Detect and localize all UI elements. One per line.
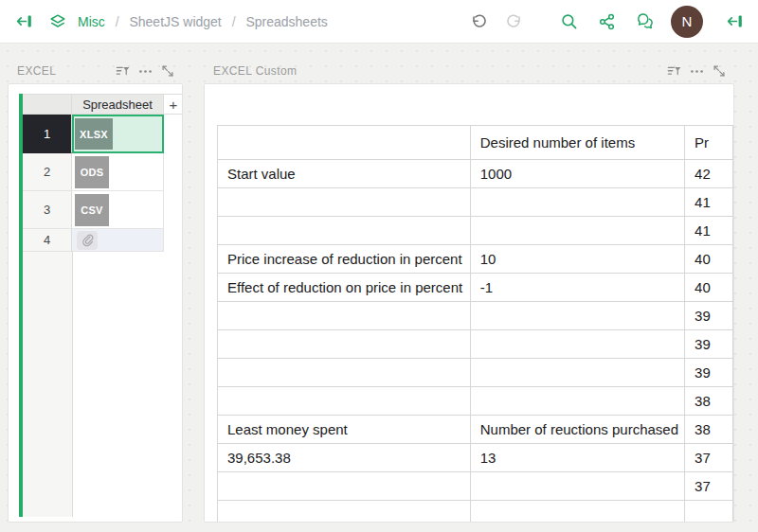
row-number-cell[interactable]: 1 xyxy=(23,115,72,153)
more-options-button[interactable] xyxy=(685,61,708,81)
table-cell[interactable]: 1000 xyxy=(470,160,684,188)
sheet-cell[interactable]: XLSX xyxy=(72,115,164,153)
table-cell[interactable]: 39 xyxy=(685,359,733,387)
table-cell[interactable] xyxy=(218,302,471,330)
panel-title: EXCEL Custom xyxy=(213,64,662,78)
table-row: 39,653.381337 xyxy=(218,444,733,472)
collapse-panel-icon xyxy=(726,12,744,30)
table-cell[interactable]: Least money spent xyxy=(218,416,471,444)
table-cell[interactable] xyxy=(470,387,684,416)
table-cell[interactable]: 37 xyxy=(685,444,733,472)
sort-filter-button[interactable] xyxy=(662,61,685,81)
sheet-cell[interactable] xyxy=(72,229,164,252)
table-cell[interactable] xyxy=(218,501,471,523)
table-row: Least money spentNumber of reuctions pur… xyxy=(218,416,733,444)
add-sheet-button[interactable]: + xyxy=(164,94,183,115)
table-cell[interactable]: 38 xyxy=(685,416,733,444)
table-cell[interactable]: 37 xyxy=(685,472,733,501)
sheet-tab[interactable]: Spreadsheet xyxy=(72,94,164,115)
search-button[interactable] xyxy=(557,9,582,34)
table-cell[interactable] xyxy=(218,387,471,416)
row-number-cell[interactable]: 4 xyxy=(23,229,72,252)
table-cell[interactable] xyxy=(218,217,471,245)
table-header-row: Desired number of itemsPr xyxy=(218,126,733,160)
row-number-cell[interactable]: 3 xyxy=(23,191,72,229)
table-cell[interactable] xyxy=(685,501,733,523)
table-cell[interactable]: 39 xyxy=(685,302,733,330)
table-cell[interactable]: Effect of reduction on price in percent xyxy=(218,274,471,302)
undo-button[interactable] xyxy=(466,9,491,34)
table-row: 41 xyxy=(218,217,733,245)
table-cell[interactable] xyxy=(218,330,471,359)
table-cell[interactable]: Desired number of items xyxy=(470,126,684,160)
breadcrumb-separator: / xyxy=(116,14,119,29)
table-cell[interactable]: Pr xyxy=(685,126,733,160)
file-type-badge: CSV xyxy=(75,194,109,226)
table-cell[interactable]: 10 xyxy=(470,245,684,274)
table-cell[interactable] xyxy=(470,501,684,523)
table-row: 41 xyxy=(218,188,733,217)
panel-title: EXCEL xyxy=(17,64,111,78)
table-cell[interactable]: Price increase of reduction in percent xyxy=(218,245,471,274)
table-cell[interactable] xyxy=(218,472,471,501)
collapse-right-panel-button[interactable] xyxy=(722,9,747,34)
custom-table-body: Desired number of itemsPrStart value1000… xyxy=(218,126,733,523)
table-cell[interactable] xyxy=(470,330,684,359)
table-cell[interactable] xyxy=(470,188,684,217)
table-cell[interactable]: Start value xyxy=(218,160,471,188)
more-icon xyxy=(137,63,153,80)
excel-custom-panel-header: EXCEL Custom xyxy=(204,59,734,83)
table-cell[interactable] xyxy=(470,472,684,501)
sort-filter-icon xyxy=(115,63,131,80)
collapse-panel-icon xyxy=(15,12,33,30)
table-cell[interactable]: Number of reuctions purchased xyxy=(470,416,684,444)
avatar[interactable]: N xyxy=(671,6,703,38)
redo-button[interactable] xyxy=(502,9,527,34)
table-cell[interactable] xyxy=(218,359,471,387)
share-button[interactable] xyxy=(595,9,620,34)
table-cell[interactable]: 40 xyxy=(685,274,733,302)
breadcrumb-item-page[interactable]: Spreadsheets xyxy=(245,14,327,29)
sheet-row: 4 xyxy=(23,229,183,252)
sheet-grid: Spreadsheet + 1XLSX2ODS3CSV4 xyxy=(23,94,183,517)
share-icon xyxy=(598,12,617,31)
expand-button[interactable] xyxy=(708,61,731,81)
sheet-cell[interactable]: ODS xyxy=(72,153,164,191)
table-row: 39 xyxy=(218,302,733,330)
table-cell[interactable]: 39 xyxy=(685,330,733,359)
expand-button[interactable] xyxy=(156,61,179,81)
table-cell[interactable]: 41 xyxy=(685,217,733,245)
table-cell[interactable]: 38 xyxy=(685,387,733,416)
table-cell[interactable]: 40 xyxy=(685,245,733,274)
sheet-row: 1XLSX xyxy=(23,115,183,153)
excel-custom-panel: EXCEL Custom Desired number of itemsPrSt… xyxy=(204,59,734,523)
sheet-row: 3CSV xyxy=(23,191,183,229)
table-cell[interactable]: 41 xyxy=(685,188,733,217)
sheet-cell[interactable]: CSV xyxy=(72,191,164,229)
sheet-grid-header: Spreadsheet + xyxy=(23,94,183,115)
excel-panel-header: EXCEL xyxy=(8,59,183,83)
breadcrumb-item-widget[interactable]: SheetJS widget xyxy=(129,14,221,29)
row-number-cell[interactable]: 2 xyxy=(23,153,72,191)
table-cell[interactable]: 42 xyxy=(685,160,733,188)
table-cell[interactable]: 39,653.38 xyxy=(218,444,471,472)
table-cell[interactable] xyxy=(218,188,471,217)
workspace-button[interactable] xyxy=(45,9,70,34)
table-cell[interactable]: 13 xyxy=(470,444,684,472)
more-icon xyxy=(689,63,705,80)
collapse-left-panel-button[interactable] xyxy=(11,9,36,34)
table-row: 39 xyxy=(218,330,733,359)
comments-button[interactable] xyxy=(633,9,658,34)
breadcrumb: Misc / SheetJS widget / Spreadsheets xyxy=(78,14,328,29)
sort-filter-button[interactable] xyxy=(111,61,134,81)
table-cell[interactable] xyxy=(470,217,684,245)
file-type-badge: XLSX xyxy=(75,118,113,150)
excel-custom-card: Desired number of itemsPrStart value1000… xyxy=(204,83,734,523)
table-cell[interactable] xyxy=(470,302,684,330)
table-cell[interactable] xyxy=(470,359,684,387)
breadcrumb-root-link[interactable]: Misc xyxy=(78,14,105,29)
table-cell[interactable]: -1 xyxy=(470,274,684,302)
table-cell[interactable] xyxy=(218,126,471,160)
corner-cell[interactable] xyxy=(23,94,72,115)
more-options-button[interactable] xyxy=(134,61,156,81)
